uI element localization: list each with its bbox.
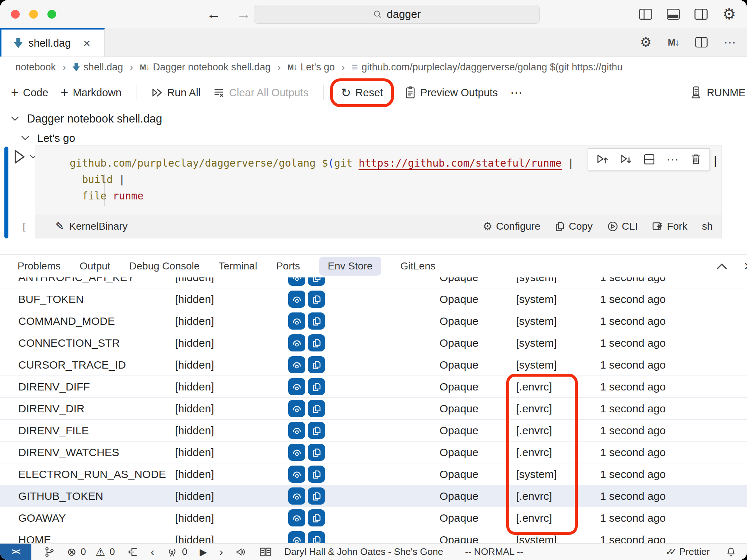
source-control-graph-button[interactable] xyxy=(44,546,55,558)
tab-shell-dag[interactable]: shell.dag × xyxy=(0,28,105,57)
toggle-secondary-sidebar-icon[interactable] xyxy=(694,8,708,20)
env-table-row[interactable]: CURSOR_TRACE_ID [hidden] Opaque [system]… xyxy=(0,354,747,376)
split-editor-icon[interactable] xyxy=(695,37,708,48)
copy-value-button[interactable] xyxy=(308,487,325,505)
copy-value-button[interactable] xyxy=(308,334,325,351)
copy-value-button[interactable] xyxy=(308,466,325,483)
tab-ports[interactable]: Ports xyxy=(276,257,300,276)
next-track-icon[interactable]: › xyxy=(219,547,223,557)
env-table-row[interactable]: CONNECTION_STR [hidden] Opaque [system] … xyxy=(0,332,747,354)
copy-value-button[interactable] xyxy=(308,312,325,330)
env-table-row[interactable]: DIRENV_WATCHES [hidden] Opaque [.envrc] … xyxy=(0,442,747,463)
copy-value-button[interactable] xyxy=(308,277,325,286)
reveal-value-button[interactable] xyxy=(288,291,305,308)
broadcast-status[interactable]: 0 xyxy=(167,546,187,557)
env-table-row[interactable]: BUF_TOKEN [hidden] Opaque [system] 1 sec… xyxy=(0,288,747,310)
reveal-value-button[interactable] xyxy=(288,334,305,351)
delete-cell-icon[interactable] xyxy=(690,153,701,165)
collapse-chevron-icon[interactable] xyxy=(11,116,19,121)
collapse-chevron-icon[interactable] xyxy=(21,136,29,141)
play-icon[interactable]: ▶ xyxy=(200,547,207,557)
code-cell[interactable]: github.com/purpleclay/daggerverse/golang… xyxy=(35,145,722,214)
breadcrumb-cell[interactable]: ≡github.com/purpleclay/daggerverse/golan… xyxy=(352,61,623,73)
toggle-primary-sidebar-icon[interactable] xyxy=(639,8,652,20)
tab-debug-console[interactable]: Debug Console xyxy=(129,257,200,276)
env-table-row[interactable]: DIRENV_FILE [hidden] Opaque [.envrc] 1 s… xyxy=(0,420,747,442)
preview-outputs-button[interactable]: Preview Outputs xyxy=(405,86,498,99)
clear-all-outputs-button[interactable]: Clear All Outputs xyxy=(213,87,309,99)
reveal-value-button[interactable] xyxy=(288,466,305,483)
remote-indicator[interactable]: >< xyxy=(0,544,31,560)
close-window-button[interactable] xyxy=(11,10,20,19)
volume-button[interactable] xyxy=(235,547,247,557)
breadcrumb-file[interactable]: shell.dag xyxy=(73,62,123,73)
reveal-value-button[interactable] xyxy=(288,400,305,417)
more-actions-icon[interactable]: ⋯ xyxy=(724,35,737,50)
execute-below-icon[interactable] xyxy=(620,153,632,165)
notebook-settings-gear-icon[interactable]: ⚙ xyxy=(640,36,651,49)
env-table-row[interactable]: COMMAND_MODE [hidden] Opaque [system] 1 … xyxy=(0,310,747,332)
toolbar-more-icon[interactable]: ⋯ xyxy=(510,85,523,100)
run-all-button[interactable]: Run All xyxy=(151,87,201,99)
reveal-value-button[interactable] xyxy=(288,509,305,526)
tab-gitlens[interactable]: GitLens xyxy=(400,257,436,276)
markdown-export-icon[interactable]: M↓ xyxy=(668,37,679,48)
tab-problems[interactable]: Problems xyxy=(18,257,61,276)
cell-more-actions-icon[interactable]: ⋯ xyxy=(666,152,680,167)
tab-close-icon[interactable]: × xyxy=(83,37,90,49)
back-icon[interactable]: ← xyxy=(206,6,221,22)
tab-terminal[interactable]: Terminal xyxy=(218,257,257,276)
forward-icon[interactable]: → xyxy=(236,6,251,22)
reset-button[interactable]: ↻ Reset xyxy=(338,86,386,100)
code-link[interactable]: https://github.com/stateful/runme xyxy=(359,157,561,170)
breadcrumb-section[interactable]: M↓Let's go xyxy=(287,62,335,73)
reveal-value-button[interactable] xyxy=(288,487,305,505)
add-markdown-button[interactable]: +Markdown xyxy=(61,85,121,100)
copy-button[interactable]: Copy xyxy=(555,221,592,232)
split-cell-icon[interactable] xyxy=(643,153,655,165)
copy-value-button[interactable] xyxy=(308,378,325,395)
minimize-window-button[interactable] xyxy=(29,10,38,19)
now-playing-label[interactable]: Daryl Hall & John Oates - She's Gone xyxy=(284,546,443,557)
cli-button[interactable]: CLI xyxy=(607,221,638,232)
env-table-row[interactable]: DIRENV_DIR [hidden] Opaque [.envrc] 1 se… xyxy=(0,398,747,420)
problems-status[interactable]: ⊗0 ⚠0 xyxy=(67,546,115,557)
formatter-status[interactable]: ✓✓ Prettier xyxy=(666,546,710,557)
close-panel-icon[interactable]: × xyxy=(744,259,747,273)
copy-value-button[interactable] xyxy=(308,422,325,439)
settings-gear-icon[interactable]: ⚙ xyxy=(722,7,736,22)
copy-value-button[interactable] xyxy=(308,444,325,461)
copy-value-button[interactable] xyxy=(308,400,325,417)
command-center-search[interactable]: dagger xyxy=(254,5,540,24)
breadcrumb-notebook-title[interactable]: M↓Dagger notebook shell.dag xyxy=(140,62,271,73)
breadcrumb-notebook[interactable]: notebook xyxy=(15,62,56,73)
reveal-value-button[interactable] xyxy=(288,356,305,373)
env-table-row[interactable]: HOME [hidden] Opaque [system] 1 second a… xyxy=(0,529,747,544)
copy-value-button[interactable] xyxy=(308,509,325,526)
copy-value-button[interactable] xyxy=(308,531,325,544)
tab-output[interactable]: Output xyxy=(80,257,110,276)
execute-above-icon[interactable] xyxy=(596,153,609,165)
reveal-value-button[interactable] xyxy=(288,312,305,330)
add-code-button[interactable]: +Code xyxy=(11,85,48,100)
kernel-selector[interactable]: ✎ KernelBinary xyxy=(55,220,128,232)
env-table-row[interactable]: GOAWAY [hidden] Opaque [.envrc] 1 second… xyxy=(0,507,747,529)
env-table-row[interactable]: ANTHROPIC_API_KEY [hidden] Opaque [syste… xyxy=(0,277,747,288)
tab-env-store[interactable]: Env Store xyxy=(319,257,382,276)
fork-button[interactable]: Fork xyxy=(652,221,687,232)
run-cell-button[interactable] xyxy=(13,149,36,164)
reveal-value-button[interactable] xyxy=(288,444,305,461)
copy-value-button[interactable] xyxy=(308,291,325,308)
previous-track-icon[interactable]: ‹ xyxy=(151,547,154,557)
notifications-bell-icon[interactable] xyxy=(726,547,736,557)
reveal-value-button[interactable] xyxy=(288,531,305,544)
exit-editor-button[interactable] xyxy=(127,547,138,557)
env-table-row[interactable]: GITHUB_TOKEN [hidden] Opaque [.envrc] 1 … xyxy=(0,485,747,507)
reader-button[interactable] xyxy=(259,547,272,557)
configure-button[interactable]: ⚙Configure xyxy=(483,221,540,232)
runme-button[interactable]: RUNME xyxy=(690,86,746,99)
reveal-value-button[interactable] xyxy=(288,422,305,439)
maximize-panel-chevron-icon[interactable] xyxy=(716,262,727,270)
env-table-row[interactable]: DIRENV_DIFF [hidden] Opaque [.envrc] 1 s… xyxy=(0,376,747,398)
zoom-window-button[interactable] xyxy=(47,10,56,19)
